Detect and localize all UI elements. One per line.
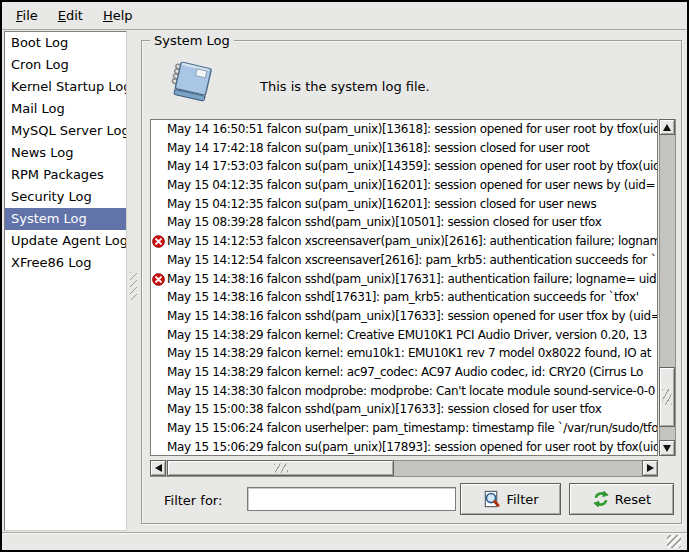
log-row-text: May 14 17:42:18 falcon su(pam_unix)[1361…	[167, 141, 589, 155]
log-row[interactable]: May 14 17:53:03 falcon su(pam_unix)[1435…	[151, 157, 657, 176]
log-row[interactable]: May 15 14:12:53 falcon xscreensaver(pam_…	[151, 232, 657, 251]
reset-button-label: Reset	[615, 492, 651, 507]
log-row-text: May 15 14:12:54 falcon xscreensaver[2616…	[167, 253, 656, 267]
log-row-text: May 15 14:38:30 falcon modprobe: modprob…	[167, 384, 655, 398]
reset-refresh-icon	[592, 490, 610, 508]
h-scrollbar[interactable]	[150, 460, 658, 477]
menu-file[interactable]: File	[6, 4, 48, 27]
filter-button[interactable]: Filter	[460, 483, 561, 515]
right-arrow-icon	[647, 464, 654, 472]
log-row-text: May 15 15:06:29 falcon su(pam_unix)[1789…	[167, 440, 657, 454]
log-row[interactable]: May 15 14:38:29 falcon kernel: Creative …	[151, 326, 657, 345]
log-row-text: May 15 08:39:28 falcon sshd(pam_unix)[10…	[167, 215, 601, 229]
menubar: FileEditHelp	[2, 2, 687, 30]
log-row-text: May 15 14:38:29 falcon kernel: emu10k1: …	[167, 346, 651, 360]
log-row[interactable]: May 15 15:06:24 falcon userhelper: pam_t…	[151, 419, 657, 438]
notebook-icon	[168, 59, 216, 105]
log-row[interactable]: May 14 16:50:51 falcon su(pam_unix)[1361…	[151, 120, 657, 139]
statusbar	[2, 532, 687, 550]
sidebar-item-xfree86-log[interactable]: XFree86 Log	[5, 252, 126, 274]
scroll-left-button[interactable]	[150, 460, 166, 476]
log-row-text: May 15 04:12:35 falcon su(pam_unix)[1620…	[167, 178, 655, 192]
sidebar-item-boot-log[interactable]: Boot Log	[5, 32, 126, 54]
filter-search-icon	[482, 490, 501, 509]
down-arrow-icon	[663, 445, 671, 452]
log-row-text: May 14 16:50:51 falcon su(pam_unix)[1361…	[167, 122, 657, 136]
log-row-text: May 15 14:38:29 falcon kernel: Creative …	[167, 328, 647, 342]
log-row-text: May 15 15:06:24 falcon userhelper: pam_t…	[167, 421, 657, 435]
pane-grip-icon	[130, 272, 137, 300]
log-row[interactable]: May 15 14:38:29 falcon kernel: emu10k1: …	[151, 344, 657, 363]
sidebar-item-news-log[interactable]: News Log	[5, 142, 126, 164]
frame-title: System Log	[150, 33, 234, 48]
up-arrow-icon	[663, 124, 671, 131]
sidebar-item-mail-log[interactable]: Mail Log	[5, 98, 126, 120]
error-icon	[152, 235, 165, 248]
log-row[interactable]: May 15 14:38:29 falcon kernel: ac97_code…	[151, 363, 657, 382]
scroll-right-button[interactable]	[642, 460, 658, 476]
log-row-text: May 15 14:38:16 falcon sshd(pam_unix)[17…	[167, 272, 657, 286]
h-scroll-thumb[interactable]	[167, 460, 394, 476]
sidebar-item-kernel-startup-log[interactable]: Kernel Startup Log	[5, 76, 126, 98]
sidebar-item-security-log[interactable]: Security Log	[5, 186, 126, 208]
log-row[interactable]: May 15 04:12:35 falcon su(pam_unix)[1620…	[151, 195, 657, 214]
log-row[interactable]: May 15 14:38:16 falcon sshd(pam_unix)[17…	[151, 270, 657, 289]
log-row[interactable]: May 15 15:06:29 falcon su(pam_unix)[1789…	[151, 438, 657, 456]
sidebar-item-cron-log[interactable]: Cron Log	[5, 54, 126, 76]
left-arrow-icon	[155, 464, 162, 472]
v-scroll-thumb[interactable]	[659, 367, 675, 427]
log-row-text: May 15 14:38:29 falcon kernel: ac97_code…	[167, 365, 643, 379]
scroll-down-button[interactable]	[659, 440, 675, 456]
filter-label: Filter for:	[164, 493, 222, 508]
window-resize-grip[interactable]	[667, 535, 681, 548]
log-file-sidebar[interactable]: Boot LogCron LogKernel Startup LogMail L…	[4, 31, 127, 531]
reset-button[interactable]: Reset	[569, 483, 674, 515]
pane-resize-handle[interactable]	[128, 31, 140, 531]
main-frame: System Log This is the system log file.	[141, 40, 682, 524]
log-row[interactable]: May 15 14:38:16 falcon sshd(pam_unix)[17…	[151, 307, 657, 326]
log-row[interactable]: May 15 15:00:38 falcon sshd(pam_unix)[17…	[151, 400, 657, 419]
log-row-text: May 14 17:53:03 falcon su(pam_unix)[1435…	[167, 159, 657, 173]
filter-input[interactable]	[247, 487, 456, 511]
log-row-text: May 15 04:12:35 falcon su(pam_unix)[1620…	[167, 197, 596, 211]
log-row-text: May 15 14:38:16 falcon sshd(pam_unix)[17…	[167, 309, 657, 323]
v-scrollbar[interactable]	[659, 119, 676, 456]
error-icon	[152, 273, 165, 286]
log-list[interactable]: May 14 16:50:51 falcon su(pam_unix)[1361…	[150, 119, 658, 456]
log-row[interactable]: May 15 14:38:16 falcon sshd[17631]: pam_…	[151, 288, 657, 307]
sidebar-item-system-log[interactable]: System Log	[5, 208, 126, 230]
log-row[interactable]: May 14 17:42:18 falcon su(pam_unix)[1361…	[151, 139, 657, 158]
filter-button-label: Filter	[506, 492, 538, 507]
menu-help[interactable]: Help	[93, 4, 143, 27]
log-row-text: May 15 15:00:38 falcon sshd(pam_unix)[17…	[167, 402, 601, 416]
log-row[interactable]: May 15 04:12:35 falcon su(pam_unix)[1620…	[151, 176, 657, 195]
menu-edit[interactable]: Edit	[48, 4, 93, 27]
log-row[interactable]: May 15 14:12:54 falcon xscreensaver[2616…	[151, 251, 657, 270]
sidebar-item-rpm-packages[interactable]: RPM Packages	[5, 164, 126, 186]
log-row[interactable]: May 15 14:38:30 falcon modprobe: modprob…	[151, 382, 657, 401]
sidebar-item-mysql-server-log[interactable]: MySQL Server Log	[5, 120, 126, 142]
log-row-text: May 15 14:38:16 falcon sshd[17631]: pam_…	[167, 290, 639, 304]
log-row[interactable]: May 15 08:39:28 falcon sshd(pam_unix)[10…	[151, 213, 657, 232]
log-row-text: May 15 14:12:53 falcon xscreensaver(pam_…	[167, 234, 657, 248]
sidebar-item-update-agent-log[interactable]: Update Agent Log	[5, 230, 126, 252]
scroll-up-button[interactable]	[659, 119, 675, 135]
log-description: This is the system log file.	[260, 79, 430, 94]
app-window: FileEditHelp Boot LogCron LogKernel Star…	[0, 0, 689, 552]
